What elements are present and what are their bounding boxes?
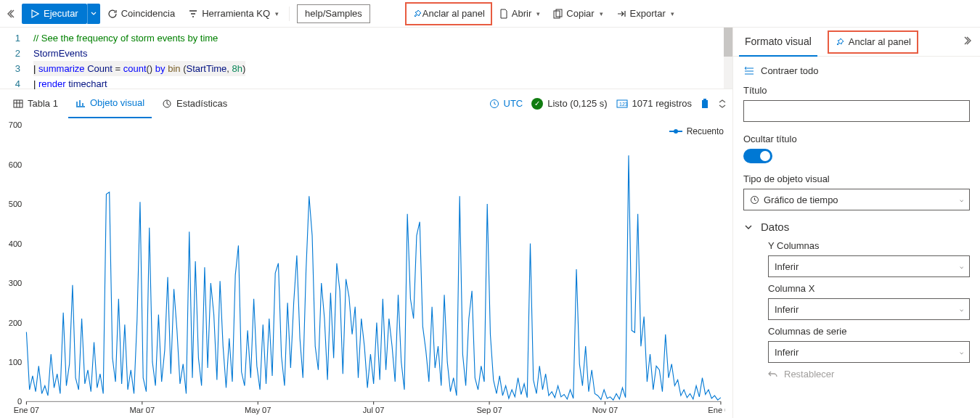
svg-text:123: 123 [619, 102, 628, 107]
run-button[interactable]: Ejecutar [22, 4, 87, 24]
svg-text:May 07: May 07 [245, 406, 271, 414]
ycols-select[interactable]: Inferir⌵ [768, 255, 970, 277]
collapse-left-icon[interactable] [4, 6, 20, 22]
collapse-all-button[interactable]: Contraer todo [743, 65, 970, 76]
reset-button[interactable]: Restablecer [768, 369, 970, 380]
chevron-down-icon: ▾ [275, 10, 279, 17]
svg-text:700: 700 [9, 120, 23, 129]
export-icon [616, 9, 626, 19]
document-icon [499, 9, 508, 19]
svg-text:500: 500 [9, 200, 23, 208]
hide-title-toggle[interactable] [743, 149, 772, 163]
svg-text:100: 100 [9, 358, 23, 366]
xcol-label: Columna X [768, 283, 970, 294]
clock-icon [489, 99, 499, 109]
title-label: Título [743, 85, 970, 96]
editor-scrollbar[interactable] [724, 28, 732, 89]
stats-icon [162, 99, 172, 109]
data-section-header[interactable]: Datos [743, 221, 970, 233]
svg-text:Sep 07: Sep 07 [476, 406, 502, 414]
refresh-icon [107, 9, 118, 19]
svg-text:400: 400 [9, 239, 23, 248]
expand-right-icon[interactable] [958, 33, 974, 51]
chevron-down-icon: ⌵ [960, 263, 963, 270]
chevron-down-icon: ▾ [671, 10, 674, 17]
separator [289, 7, 290, 21]
chevron-down-icon: ⌵ [960, 196, 963, 203]
collapse-icon [743, 66, 755, 76]
chart-canvas[interactable]: Recuento 0100200300400500600700Ene 07Mar… [0, 118, 732, 418]
svg-rect-7 [702, 100, 708, 108]
pin-to-panel-button[interactable]: Anclar al panel [405, 2, 492, 25]
svg-text:Ene 08: Ene 08 [708, 406, 725, 414]
svg-text:Nov 07: Nov 07 [592, 406, 618, 414]
svg-rect-8 [703, 99, 706, 101]
ycols-label: Y Columnas [768, 240, 970, 251]
line-gutter: 1234 [0, 28, 28, 89]
visual-type-select[interactable]: Gráfico de tiempo ⌵ [743, 189, 970, 210]
record-count: 123 1071 registros [616, 98, 692, 109]
open-button[interactable]: Abrir ▾ [494, 4, 546, 24]
title-input[interactable] [743, 100, 970, 122]
svg-text:Ene 07: Ene 07 [14, 406, 39, 414]
chevron-down-icon: ▾ [600, 10, 603, 17]
chart-legend: Recuento [669, 126, 724, 136]
xcol-select[interactable]: Inferir⌵ [768, 298, 970, 320]
pin-to-panel-right-button[interactable]: Anclar al panel [828, 30, 918, 54]
chevron-down-icon: ⌵ [960, 348, 963, 356]
svg-text:200: 200 [9, 318, 23, 327]
hide-title-label: Ocultar título [743, 134, 970, 144]
kq-tool-button[interactable]: Herramienta KQ ▾ [182, 4, 285, 24]
check-icon: ✓ [531, 98, 543, 110]
svg-text:600: 600 [9, 160, 23, 169]
records-icon: 123 [616, 99, 628, 108]
svg-text:0: 0 [17, 397, 22, 406]
svg-rect-2 [14, 100, 23, 107]
code-content[interactable]: // See the frequency of storm events by … [28, 28, 732, 89]
svg-text:Jul 07: Jul 07 [363, 406, 385, 414]
run-dropdown[interactable] [87, 4, 100, 24]
pin-icon [835, 37, 845, 47]
svg-text:Mar 07: Mar 07 [129, 406, 155, 414]
chevron-down-icon [743, 222, 754, 232]
legend-marker [669, 131, 682, 132]
timezone-indicator[interactable]: UTC [489, 98, 523, 109]
clock-icon [750, 195, 759, 205]
chart-icon [75, 99, 86, 107]
collapse-chart-icon[interactable] [718, 99, 727, 109]
copy-button[interactable]: Copiar ▾ [547, 4, 608, 24]
code-editor[interactable]: 1234 // See the frequency of storm event… [0, 28, 732, 89]
tab-table[interactable]: Tabla 1 [6, 89, 65, 118]
run-label: Ejecutar [44, 8, 78, 19]
svg-text:300: 300 [9, 279, 23, 287]
export-button[interactable]: Exportar ▾ [611, 4, 680, 24]
tab-visual[interactable]: Objeto visual [68, 89, 152, 118]
status-ready: ✓ Listo (0,125 s) [531, 98, 607, 110]
chevron-down-icon: ⌵ [960, 306, 963, 313]
copy-icon [553, 9, 563, 19]
match-button[interactable]: Coincidencia [102, 4, 181, 24]
tab-visual-format[interactable]: Formato visual [739, 28, 817, 57]
undo-icon [768, 369, 778, 380]
visual-type-label: Tipo de objeto visual [743, 173, 970, 184]
table-icon [13, 99, 23, 108]
pin-icon [412, 9, 422, 19]
series-label: Columnas de serie [768, 326, 970, 337]
tab-stats[interactable]: Estadísticas [155, 89, 234, 118]
series-select[interactable]: Inferir⌵ [768, 341, 970, 363]
breadcrumb[interactable]: help/Samples [297, 4, 370, 23]
chevron-down-icon: ▾ [536, 10, 540, 17]
filter-icon [188, 9, 198, 19]
clipboard-icon[interactable] [701, 99, 709, 109]
